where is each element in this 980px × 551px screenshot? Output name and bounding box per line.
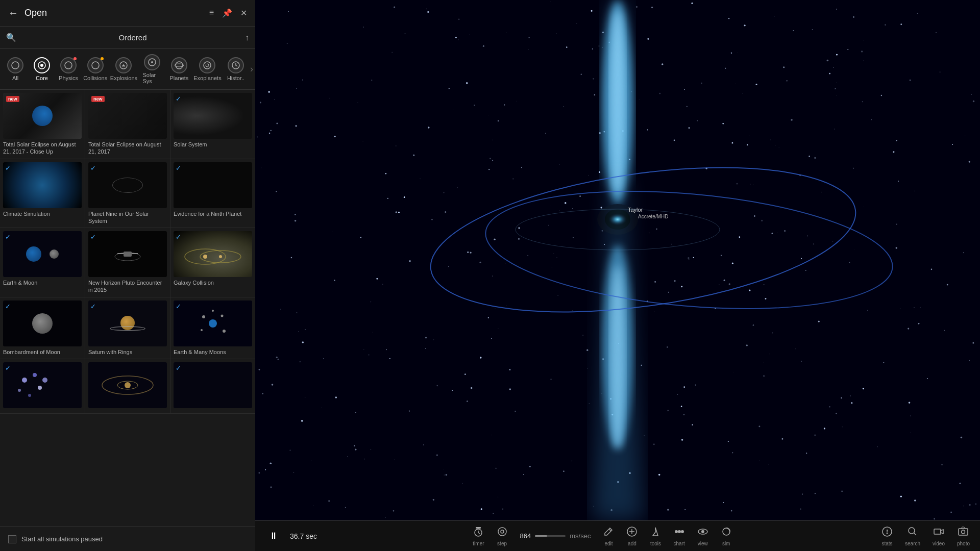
tab-exoplanets[interactable]: Exoplanets — [192, 55, 223, 83]
physics-icon — [60, 57, 77, 73]
tab-planets[interactable]: Planets — [166, 55, 192, 83]
search-toolbar-label: search — [905, 541, 920, 546]
toolbar-view[interactable]: view — [697, 526, 708, 546]
toolbar-stats[interactable]: stats — [881, 526, 893, 546]
video-icon — [933, 526, 944, 540]
toolbar-sim[interactable]: sim — [721, 526, 732, 546]
search-icon[interactable]: 🔍 — [6, 33, 16, 42]
svg-point-63 — [681, 530, 684, 533]
tab-planets-label: Planets — [170, 75, 189, 81]
card-thumb-planet9: ✓ — [88, 162, 167, 208]
sim-card-row4-2[interactable] — [85, 359, 170, 413]
sim-card-row4-3[interactable]: ✓ — [170, 359, 255, 413]
sim-card-planet9[interactable]: ✓ Planet Nine in Our Solar System — [85, 159, 170, 228]
list-icon[interactable]: ≡ — [209, 8, 214, 18]
new-badge-2: new — [91, 96, 105, 102]
toolbar-edit[interactable]: edit — [603, 526, 614, 546]
toolbar-photo[interactable]: photo — [957, 526, 970, 546]
speed-slider[interactable] — [535, 535, 566, 537]
card-thumb-earth-moon: ✓ — [3, 231, 82, 277]
sim-card-galaxy-collision[interactable]: ✓ Galaxy Collision — [170, 228, 255, 297]
panel-title: Open — [24, 8, 209, 18]
sort-icon[interactable]: ↑ — [245, 33, 249, 42]
tab-collisions[interactable]: Collisions — [82, 55, 109, 83]
card-thumb-row4-2 — [88, 362, 167, 408]
step-label: step — [497, 541, 507, 546]
sim-card-row4-1[interactable]: ✓ — [0, 359, 85, 413]
toolbar-add[interactable]: add — [626, 526, 638, 546]
toolbar-timer[interactable]: timer — [473, 526, 484, 546]
svg-point-28 — [212, 310, 214, 312]
sim-card-bombardment[interactable]: ✓ Bombardment of Moon — [0, 297, 85, 359]
tab-physics[interactable]: Physics — [55, 55, 82, 83]
sim-card-total-solar-eclipse-close[interactable]: new Total Solar Eclipse on August 21, 20… — [0, 90, 85, 159]
card-label-bombardment: Bombardment of Moon — [3, 348, 82, 356]
card-thumb-galaxy-collision: ✓ — [174, 231, 252, 277]
galaxy2-svg — [88, 362, 167, 408]
checkmark-new-horizon: ✓ — [90, 233, 96, 241]
thumb-saturn-visual — [88, 300, 167, 346]
svg-rect-15 — [124, 252, 132, 257]
toolbar-tools[interactable]: tools — [650, 526, 661, 546]
history-icon — [228, 57, 244, 73]
checkmark-row4-3: ✓ — [176, 364, 181, 372]
sim-card-solar-system[interactable]: ✓ Solar System — [170, 90, 255, 159]
viz-area: Taylor Accrete/MHD ⏸ 36.7 sec timer — [255, 0, 980, 551]
card-label-new-horizon: New Horizon Pluto Encounter in 2015 — [88, 279, 167, 294]
chart-label: chart — [673, 541, 684, 546]
bottom-toolbar: ⏸ 36.7 sec timer step — [255, 520, 980, 551]
svg-point-2 — [40, 64, 43, 67]
search-toolbar-icon — [907, 526, 918, 540]
thumb-climate-visual — [3, 162, 82, 208]
star-cluster-svg — [3, 362, 82, 408]
tab-solar-sys[interactable]: Solar Sys — [139, 52, 166, 86]
close-icon[interactable]: ✕ — [240, 8, 247, 18]
thumb-dark-2 — [88, 362, 167, 408]
tab-explosions[interactable]: Explosions — [109, 55, 138, 83]
card-label-earth-moon: Earth & Moon — [3, 279, 82, 286]
svg-line-56 — [609, 529, 611, 531]
card-label-eclipse: Total Solar Eclipse on August 21, 2017 — [88, 141, 167, 156]
exoplanets-icon — [199, 57, 215, 73]
tab-collisions-label: Collisions — [83, 75, 107, 81]
sim-row-0: new Total Solar Eclipse on August 21, 20… — [0, 90, 255, 159]
svg-point-34 — [42, 378, 47, 383]
tabs-chevron-right[interactable]: › — [250, 64, 253, 74]
video-label: video — [933, 541, 945, 546]
sim-row-4: ✓ — [0, 359, 255, 414]
svg-point-61 — [675, 530, 678, 533]
sim-card-ninth[interactable]: ✓ Evidence for a Ninth Planet — [170, 159, 255, 228]
svg-point-54 — [498, 528, 506, 536]
svg-line-53 — [478, 533, 480, 534]
svg-point-25 — [221, 314, 224, 317]
svg-point-23 — [209, 319, 217, 328]
tab-all[interactable]: All — [2, 55, 29, 83]
timer-label: timer — [473, 541, 484, 546]
card-thumb-climate: ✓ — [3, 162, 82, 208]
sim-card-many-moons[interactable]: ✓ Ea — [170, 297, 255, 359]
svg-point-27 — [223, 330, 226, 333]
sim-card-total-solar-eclipse[interactable]: new Total Solar Eclipse on August 21, 20… — [85, 90, 170, 159]
sim-card-climate[interactable]: ✓ Climate Simulation — [0, 159, 85, 228]
back-button[interactable]: ← — [8, 7, 18, 19]
toolbar-chart[interactable]: chart — [673, 526, 684, 546]
toolbar-search[interactable]: search — [905, 526, 920, 546]
checkmark-climate: ✓ — [5, 164, 11, 172]
tab-history[interactable]: Histor.. — [223, 55, 249, 83]
svg-point-65 — [701, 530, 704, 533]
start-paused-checkbox[interactable] — [8, 535, 16, 543]
start-paused-label: Start all simulations paused — [21, 535, 103, 543]
play-pause-button[interactable]: ⏸ — [265, 528, 282, 544]
sim-card-earth-moon[interactable]: ✓ Earth & Moon — [0, 228, 85, 297]
tab-physics-label: Physics — [59, 75, 78, 81]
tab-core[interactable]: Core — [29, 55, 55, 83]
thumb-galaxy-collision-visual — [174, 231, 252, 277]
sim-card-saturn[interactable]: ✓ Saturn with Rings — [85, 297, 170, 359]
checkmark-earth-moon: ✓ — [5, 233, 11, 241]
toolbar-center: timer step 864 ms/sec — [378, 526, 827, 546]
pin-icon[interactable]: 📌 — [222, 8, 232, 18]
sim-card-new-horizon[interactable]: ✓ New Horizon Pluto Encounter in 2015 — [85, 228, 170, 297]
svg-point-4 — [92, 62, 99, 69]
toolbar-video[interactable]: video — [933, 526, 945, 546]
toolbar-step[interactable]: step — [497, 526, 508, 546]
